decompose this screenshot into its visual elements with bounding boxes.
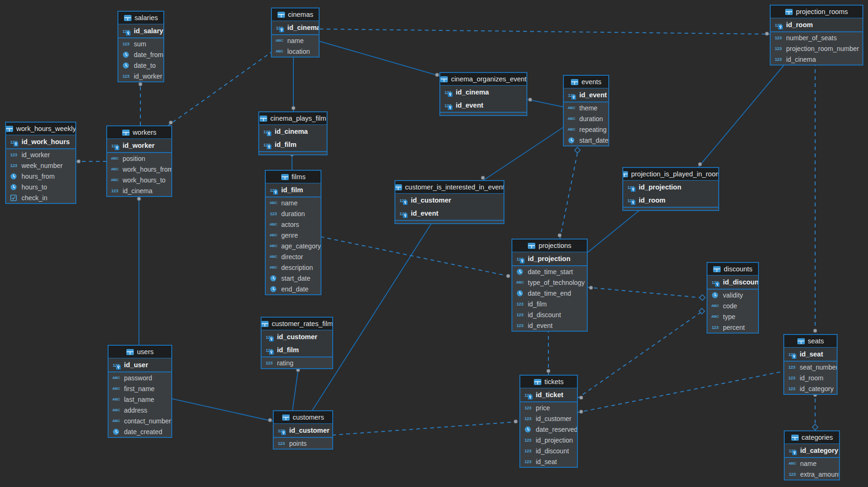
column-id_event[interactable]: 123 id_event (440, 99, 526, 112)
column-number_of_seats[interactable]: 123number_of_seats (771, 32, 862, 43)
column-id_cinema[interactable]: 123id_cinema (107, 185, 171, 196)
table-projection_is_played_in_room[interactable]: projection_is_played_in_room 123 id_proj… (622, 167, 719, 211)
column-id_customer[interactable]: 123 id_customer (274, 424, 332, 437)
column-id_discount[interactable]: 123 id_discount (708, 276, 758, 289)
table-header[interactable]: cinema_organizes_event (440, 73, 526, 86)
column-id_room[interactable]: 123 id_room (623, 194, 718, 207)
column-address[interactable]: ABCaddress (109, 405, 171, 415)
table-header[interactable]: seats (784, 335, 837, 348)
column-date_to[interactable]: date_to (118, 60, 163, 71)
column-end_date[interactable]: end_date (266, 283, 321, 294)
column-password[interactable]: ABCpassword (109, 372, 171, 383)
relation-projections-films[interactable] (321, 237, 513, 277)
column-hours_to[interactable]: hours_to (6, 182, 75, 192)
table-projections[interactable]: projections 123 id_projection date_time_… (511, 239, 588, 332)
column-first_name[interactable]: ABCfirst_name (109, 383, 171, 394)
table-header[interactable]: projection_is_played_in_room (623, 168, 718, 181)
column-id_customer[interactable]: 123 id_customer (262, 330, 332, 343)
column-sum[interactable]: 123sum (118, 38, 163, 49)
relation-events-customer_is_interested_in_event[interactable] (483, 127, 563, 181)
table-header[interactable]: films (266, 171, 321, 183)
table-customer_rates_film[interactable]: customer_rates_film 123 id_customer 123 … (261, 317, 333, 369)
column-percent[interactable]: 123percent (708, 322, 758, 333)
column-genre[interactable]: ABCgenre (266, 230, 321, 240)
column-week_number[interactable]: 123week_number (6, 160, 75, 171)
column-id_film[interactable]: 123id_film (512, 298, 587, 309)
table-salaries[interactable]: salaries 123 id_salary 123sum date_from … (117, 11, 164, 82)
table-cinema_plays_film[interactable]: cinema_plays_film 123 id_cinema 123 id_f… (258, 111, 328, 155)
column-name[interactable]: ABCname (272, 35, 319, 46)
column-id_discount[interactable]: 123id_discount (512, 309, 587, 320)
table-work_hours_weekly[interactable]: work_hours_weekly 123 id_work_hours 123i… (5, 122, 76, 204)
column-id_worker[interactable]: 123 id_worker (107, 139, 171, 152)
column-id_cinema[interactable]: 123 id_cinema (440, 86, 526, 99)
column-projection_room_number[interactable]: 123projection_room_number (771, 43, 862, 54)
column-start_date[interactable]: start_date (266, 273, 321, 283)
column-id_event[interactable]: 123id_event (512, 320, 587, 331)
column-age_category[interactable]: ABCage_category (266, 240, 321, 251)
column-name[interactable]: ABCname (785, 458, 839, 469)
relation-projection_rooms-cinemas[interactable] (320, 29, 771, 34)
column-id_event[interactable]: 123 id_event (564, 88, 608, 102)
relation-projections-discounts[interactable] (587, 287, 705, 298)
column-price[interactable]: 123price (520, 402, 577, 413)
table-header[interactable]: cinemas (272, 8, 319, 21)
column-duration[interactable]: ABCduration (564, 113, 608, 124)
column-name[interactable]: ABCname (266, 197, 321, 208)
column-id_salary[interactable]: 123 id_salary (118, 24, 163, 37)
column-id_event[interactable]: 123 id_event (395, 207, 503, 220)
relation-workers-cinemas[interactable] (167, 51, 272, 126)
column-id_customer[interactable]: 123 id_customer (395, 194, 503, 207)
table-customer_is_interested_in_event[interactable]: customer_is_interested_in_event 123 id_c… (394, 180, 504, 224)
relation-customer_rates_film-customers[interactable] (292, 367, 299, 411)
table-header[interactable]: users (109, 346, 171, 358)
table-tickets[interactable]: tickets 123 id_ticket 123price 123id_cus… (519, 375, 578, 468)
column-id_cinema[interactable]: 123id_cinema (771, 54, 862, 65)
column-date_time_start[interactable]: date_time_start (512, 266, 587, 277)
column-id_film[interactable]: 123 id_film (259, 138, 327, 151)
column-id_projection[interactable]: 123id_projection (520, 435, 577, 445)
relation-projection_is_played_in_room-projections[interactable] (587, 208, 642, 253)
relation-cinemas-cinema_organizes_event[interactable] (319, 41, 441, 76)
table-categories[interactable]: categories 123 id_category ABCname 123ex… (784, 430, 840, 480)
column-id_seat[interactable]: 123 id_seat (784, 348, 837, 361)
column-rating[interactable]: 123rating (262, 357, 332, 368)
table-discounts[interactable]: discounts 123 id_discount validity ABCco… (707, 262, 759, 334)
column-id_worker[interactable]: 123id_worker (118, 71, 163, 81)
column-work_hours_from[interactable]: ABCwork_hours_from (107, 164, 171, 174)
table-header[interactable]: salaries (118, 12, 163, 24)
column-theme[interactable]: ABCtheme (564, 102, 608, 113)
column-id_worker[interactable]: 123id_worker (6, 149, 75, 160)
relation-customer_is_interested_in_event-customers[interactable] (312, 219, 434, 411)
table-workers[interactable]: workers 123 id_worker ABCposition ABCwor… (106, 125, 172, 197)
table-films[interactable]: films 123 id_film ABCname 123duration AB… (265, 170, 321, 295)
table-events[interactable]: events 123 id_event ABCtheme ABCduration… (563, 75, 609, 146)
relation-tickets-customers[interactable] (332, 422, 521, 435)
relation-projections-events[interactable] (560, 153, 577, 240)
table-header[interactable]: discounts (708, 263, 758, 276)
table-projection_rooms[interactable]: projection_rooms 123 id_room 123number_o… (770, 5, 863, 65)
table-header[interactable]: workers (107, 126, 171, 139)
column-date_from[interactable]: date_from (118, 49, 163, 60)
column-director[interactable]: ABCdirector (266, 251, 321, 262)
column-id_film[interactable]: 123 id_film (262, 343, 332, 356)
table-customers[interactable]: customers 123 id_customer 123points (273, 410, 333, 450)
column-date_created[interactable]: date_created (109, 426, 171, 437)
column-start_date[interactable]: start_date (564, 135, 608, 145)
column-id_projection[interactable]: 123 id_projection (512, 252, 587, 265)
column-seat_number[interactable]: 123seat_number (784, 362, 837, 372)
column-hours_from[interactable]: hours_from (6, 171, 75, 182)
column-id_cinema[interactable]: 123 id_cinema (259, 125, 327, 138)
column-last_name[interactable]: ABClast_name (109, 394, 171, 405)
column-id_ticket[interactable]: 123 id_ticket (520, 388, 577, 401)
column-location[interactable]: ABClocation (272, 46, 319, 57)
column-type[interactable]: ABCtype (708, 311, 758, 322)
column-id_cinema[interactable]: 123 id_cinema (272, 21, 319, 34)
column-id_category[interactable]: 123 id_category (785, 444, 839, 457)
table-header[interactable]: tickets (520, 376, 577, 388)
column-position[interactable]: ABCposition (107, 153, 171, 164)
column-id_projection[interactable]: 123 id_projection (623, 181, 718, 194)
column-contact_number[interactable]: ABCcontact_number (109, 415, 171, 426)
column-actors[interactable]: ABCactors (266, 219, 321, 230)
column-id_work_hours[interactable]: 123 id_work_hours (6, 135, 75, 148)
